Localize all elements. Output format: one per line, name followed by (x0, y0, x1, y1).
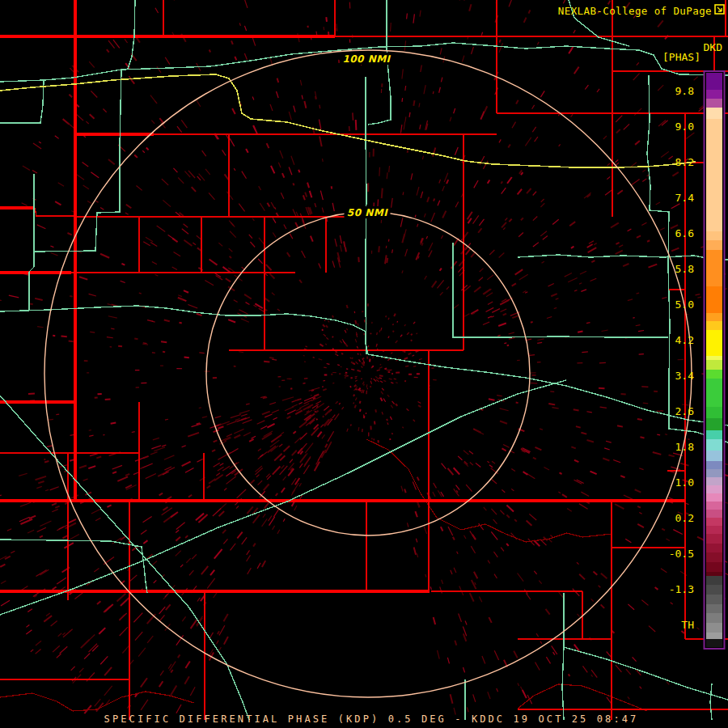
range-ring-label: 50 NMI (347, 207, 388, 218)
radar-map: 100 NMI50 NMI (0, 0, 728, 728)
radar-screen: 100 NMI50 NMI NEXLAB-College of DuPage D… (0, 0, 728, 728)
colorbar-tick-label: -0.5 (645, 548, 694, 560)
pop-out-arrow-icon[interactable] (714, 4, 725, 15)
colorbar-tick-label: 7.4 (645, 192, 694, 204)
brand-text: NEXLAB-College of DuPage (558, 5, 712, 17)
colorbar-tick-label: 5.0 (645, 298, 694, 311)
colorbar-tick-label: 1.8 (645, 441, 694, 453)
colorbar-tick-label: 2.6 (645, 405, 694, 417)
colorbar-tick-label: -1.3 (645, 583, 694, 595)
colorbar (705, 71, 725, 649)
range-ring-label: 100 NMI (342, 53, 391, 65)
colorbar-tick-label: TH (645, 619, 694, 631)
caption-text: SPECIFIC DIFFERENTIAL PHASE (KDP) 0.5 DE… (0, 713, 728, 725)
colorbar-tick-label: 9.0 (645, 121, 694, 133)
product-code-label: DKD (704, 41, 722, 53)
colorbar-tick-label: 4.2 (645, 334, 694, 346)
product-units-label: [PHAS] (662, 51, 700, 63)
colorbar-tick-label: 6.6 (645, 227, 694, 239)
colorbar-tick-label: 8.2 (645, 156, 694, 168)
colorbar-tick-label: 3.4 (645, 370, 694, 382)
colorbar-tick-label: 0.2 (645, 512, 694, 524)
colorbar-tick-label: 5.8 (645, 263, 694, 275)
colorbar-tick-label: 1.0 (645, 476, 694, 489)
brand-header: NEXLAB-College of DuPage (558, 5, 712, 17)
colorbar-tick-label: 9.8 (645, 85, 694, 97)
